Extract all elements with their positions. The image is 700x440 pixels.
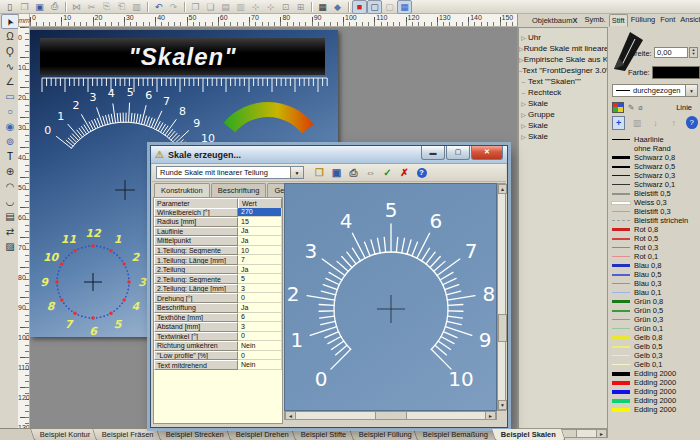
property-tab-symb[interactable]: Symb. <box>582 14 607 27</box>
line-style-item[interactable]: Rot 0,5 <box>612 234 700 243</box>
example-tab[interactable]: Beispiel Drehen <box>226 429 299 440</box>
tree-item[interactable]: ▷Gruppe <box>519 109 607 120</box>
tree-item[interactable]: ▷Empirische Skale aus Kreis <box>519 54 607 65</box>
parameter-cell[interactable]: Richtung umkehren <box>154 341 238 351</box>
scroll-left-icon[interactable]: ◄ <box>285 411 296 420</box>
value-cell[interactable]: 0 <box>238 332 282 342</box>
parameter-cell[interactable]: 2.Teilung <box>154 265 238 275</box>
value-cell[interactable]: Ja <box>238 303 282 313</box>
line-style-item[interactable]: Blau 0,5 <box>612 270 700 279</box>
line-style-item[interactable]: Grün 0,1 <box>612 324 700 333</box>
text-tool-button[interactable]: T <box>1 149 19 164</box>
minimize-button[interactable]: ▬ <box>421 146 445 160</box>
parameter-cell[interactable]: Abstand [mm] <box>154 322 238 332</box>
line-style-item[interactable]: Bleistift 0,3 <box>612 207 700 216</box>
object-tree-close-button[interactable]: X <box>572 16 577 25</box>
tree-item[interactable]: ▷Runde Skale mit linearer T <box>519 43 607 54</box>
scroll-thumb[interactable] <box>375 411 407 420</box>
dialog-ok-button[interactable]: ✓ <box>380 166 395 180</box>
property-tab-ansicht[interactable]: Ansicht <box>678 14 700 27</box>
line-style-item[interactable]: Gelb 0,8 <box>612 333 700 342</box>
expand-icon[interactable]: ▷ <box>519 100 528 107</box>
preview-vertical-scrollbar[interactable]: ▲ ▼ <box>497 183 506 411</box>
snap-button[interactable]: ◆ <box>330 0 345 14</box>
line-style-item[interactable]: Rot 0,1 <box>612 252 700 261</box>
line-style-item[interactable]: Rot 0,3 <box>612 243 700 252</box>
parameter-cell[interactable]: Text mitdrehend <box>154 360 238 370</box>
tree-item[interactable]: –Text "FrontDesigner 3.0" <box>519 65 607 76</box>
expand-icon[interactable]: ▷ <box>519 111 528 118</box>
value-cell[interactable]: Nein <box>238 341 282 351</box>
ellipse-tool-button[interactable]: ○ <box>1 104 19 119</box>
ungroup-button[interactable]: ❏ <box>203 0 218 14</box>
arc-tool-2-button[interactable]: ◡ <box>1 194 19 209</box>
parameter-cell[interactable]: Mittelpunkt <box>154 236 238 246</box>
add-style-button[interactable]: + <box>612 116 625 130</box>
value-cell[interactable]: Ja <box>238 227 282 237</box>
property-tab-stift[interactable]: Stift <box>609 14 628 27</box>
flip-tool-button[interactable]: ⇄ <box>1 224 19 239</box>
line-style-item[interactable]: Haarlinie <box>612 135 700 144</box>
line-style-item[interactable]: Edding 2000 <box>612 405 700 414</box>
chevron-down-icon[interactable]: ▼ <box>290 167 303 178</box>
copy-button[interactable]: ⎘ <box>99 0 114 14</box>
grid-button[interactable]: ▦ <box>315 0 330 14</box>
undo-button[interactable]: ↶ <box>151 0 166 14</box>
parameter-cell[interactable]: Beschriftung <box>154 303 238 313</box>
rotate-button[interactable]: Ω <box>1 29 19 44</box>
dialog-tab-konstruktion[interactable]: Konstruktion <box>154 183 210 198</box>
line-style-item[interactable]: Edding 2000 <box>612 387 700 396</box>
tree-item[interactable]: ▷Skale <box>519 131 607 142</box>
line-style-item[interactable]: Blau 0,8 <box>612 261 700 270</box>
mirror-button[interactable]: ⋈ <box>69 0 84 14</box>
scale-preview[interactable]: 012345678910 <box>284 183 497 411</box>
line-style-item[interactable]: Edding 2000 <box>612 369 700 378</box>
tree-item[interactable]: ▷Skale <box>519 120 607 131</box>
example-tab[interactable]: Beispiel Kontur <box>30 429 100 440</box>
expand-icon[interactable]: ▷ <box>519 122 528 129</box>
ring-tool-button[interactable]: ⊚ <box>1 134 19 149</box>
value-cell[interactable]: 270 <box>238 208 282 218</box>
center-vertical-button[interactable]: ⊹ <box>263 0 278 14</box>
arc-tool-button[interactable]: ◠ <box>1 179 19 194</box>
example-tab[interactable]: Beispiel Füllung <box>349 429 422 440</box>
dialog-tab-beschriftung[interactable]: Beschriftung <box>211 183 267 197</box>
polyline-button[interactable]: ∠ <box>1 74 19 89</box>
zoom-selection-button[interactable]: ⊞ <box>293 0 308 14</box>
tree-item[interactable]: ▷Uhr <box>519 32 607 43</box>
line-style-item[interactable]: Gelb 0,5 <box>612 342 700 351</box>
value-cell[interactable]: Ja <box>238 265 282 275</box>
parameter-cell[interactable]: Winkelbereich [°] <box>154 208 238 218</box>
line-style-item[interactable]: Rot 0,8 <box>612 225 700 234</box>
example-tab[interactable]: Beispiel Skalen <box>491 429 566 440</box>
line-style-item[interactable]: Bleistift 0,5 <box>612 189 700 198</box>
scroll-thumb[interactable] <box>498 314 507 342</box>
redo-button[interactable]: ↷ <box>166 0 181 14</box>
group-button[interactable]: ❐ <box>188 0 203 14</box>
parameter-cell[interactable]: Texthöhe [mm] <box>154 313 238 323</box>
parameter-cell[interactable]: 1.Teilung: Segmente <box>154 246 238 256</box>
bitmap-tool-button[interactable]: ▨ <box>1 239 19 254</box>
send-to-back-button[interactable]: ▥ <box>233 0 248 14</box>
line-style-item[interactable]: Schwarz 0,5 <box>612 162 700 171</box>
value-cell[interactable]: 0 <box>238 351 282 361</box>
scroll-up-icon[interactable]: ▲ <box>498 184 507 194</box>
sphere-tool-button[interactable]: ⊕ <box>1 164 19 179</box>
rgb-display-button[interactable]: ▦ <box>397 0 412 14</box>
center-horizontal-button[interactable]: ⊹ <box>248 0 263 14</box>
paste-button[interactable]: ⎗ <box>114 0 129 14</box>
example-tab[interactable]: Beispiel Bemaßung <box>414 429 499 440</box>
expand-icon[interactable]: ▷ <box>519 133 528 140</box>
move-down-button[interactable]: ↓ <box>649 116 662 130</box>
expand-icon[interactable]: ▷ <box>519 34 528 41</box>
freehand-button[interactable]: ∿ <box>1 59 19 74</box>
example-tab[interactable]: Beispiel Stifte <box>291 429 356 440</box>
scale-type-dropdown[interactable]: Runde Skale mit linearer Teilung ▼ <box>156 166 304 179</box>
open-file-button[interactable]: ❒ <box>17 0 32 14</box>
line-style-item[interactable]: Grün 0,3 <box>612 315 700 324</box>
mono-display-button[interactable]: ▢ <box>382 0 397 14</box>
help-button[interactable]: ? <box>686 116 698 129</box>
tree-item[interactable]: –Rechteck <box>519 87 607 98</box>
print-button[interactable]: ⎙ <box>47 0 62 14</box>
line-style-item[interactable]: Schwarz 0,3 <box>612 171 700 180</box>
